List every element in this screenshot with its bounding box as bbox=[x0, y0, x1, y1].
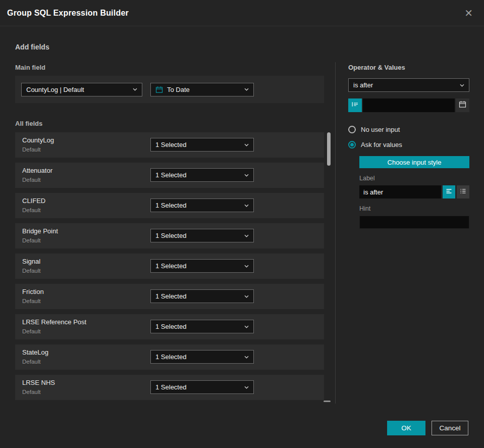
value-input[interactable] bbox=[363, 98, 455, 112]
radio-label: No user input bbox=[361, 126, 400, 133]
radio-label: Ask for values bbox=[361, 141, 402, 148]
text-input-icon bbox=[351, 101, 359, 110]
close-icon[interactable]: ✕ bbox=[462, 7, 475, 19]
chevron-down-icon bbox=[240, 295, 249, 298]
radio-ask-for-values[interactable]: Ask for values bbox=[348, 141, 469, 148]
field-selection-dropdown[interactable]: 1 Selected bbox=[150, 289, 254, 303]
chevron-down-icon bbox=[240, 234, 249, 237]
chevron-down-icon bbox=[240, 356, 249, 359]
field-selection-dropdown[interactable]: 1 Selected bbox=[150, 229, 254, 242]
dialog-title: Group SQL Expression Builder bbox=[7, 9, 129, 18]
list-scrollbar[interactable] bbox=[327, 132, 331, 401]
add-fields-panel: Add fields Main field CountyLog | Defaul… bbox=[15, 26, 324, 400]
main-field-dropdown-value: CountyLog | Default bbox=[26, 86, 84, 93]
ok-button[interactable]: OK bbox=[387, 421, 425, 435]
radio-no-user-input[interactable]: No user input bbox=[348, 126, 469, 133]
chevron-down-icon bbox=[240, 265, 249, 268]
cancel-button[interactable]: Cancel bbox=[432, 421, 468, 435]
field-selection-value: 1 Selected bbox=[155, 353, 186, 361]
field-selection-value: 1 Selected bbox=[155, 202, 186, 209]
footer: OK Cancel bbox=[387, 421, 468, 435]
scrollbar-thumb[interactable] bbox=[327, 132, 331, 166]
field-selection-dropdown[interactable]: 1 Selected bbox=[150, 198, 254, 212]
field-row: CLIFED Default 1 Selected bbox=[15, 193, 324, 218]
column-divider bbox=[335, 62, 336, 404]
label-field-label: Label bbox=[359, 175, 469, 182]
align-left-icon bbox=[446, 187, 452, 196]
operator-values-panel: Operator & Values is after bbox=[348, 64, 469, 229]
field-selection-dropdown[interactable]: 1 Selected bbox=[150, 138, 254, 152]
field-row: Signal Default 1 Selected bbox=[15, 254, 324, 279]
value-input-row bbox=[348, 98, 469, 112]
all-fields-list: CountyLog Default 1 Selected Attenuator … bbox=[15, 132, 324, 400]
radio-icon bbox=[348, 126, 356, 133]
field-selection-value: 1 Selected bbox=[155, 262, 186, 270]
field-selection-value: 1 Selected bbox=[155, 232, 186, 239]
dialog-header: Group SQL Expression Builder ✕ bbox=[0, 0, 484, 26]
hint-input[interactable] bbox=[359, 216, 469, 229]
main-field-panel: CountyLog | Default To Date bbox=[15, 76, 324, 103]
operator-dropdown-value: is after bbox=[353, 81, 373, 89]
scrollbar-end-indicator bbox=[324, 401, 331, 402]
date-type-dropdown[interactable]: To Date bbox=[150, 83, 254, 96]
chevron-down-icon bbox=[240, 325, 249, 328]
field-selection-value: 1 Selected bbox=[155, 383, 186, 391]
date-type-dropdown-value: To Date bbox=[167, 86, 190, 93]
chevron-down-icon bbox=[240, 143, 249, 146]
list-style-toggle[interactable] bbox=[457, 185, 469, 198]
field-row: Bridge Point Default 1 Selected bbox=[15, 223, 324, 248]
field-selection-dropdown[interactable]: 1 Selected bbox=[150, 350, 254, 364]
main-field-dropdown[interactable]: CountyLog | Default bbox=[21, 83, 142, 96]
chevron-down-icon bbox=[240, 204, 249, 207]
field-selection-dropdown[interactable]: 1 Selected bbox=[150, 380, 254, 394]
calendar-icon bbox=[155, 86, 163, 93]
chevron-down-icon bbox=[456, 84, 464, 87]
single-line-style-toggle[interactable] bbox=[443, 185, 455, 198]
label-input[interactable] bbox=[359, 185, 441, 198]
calendar-icon bbox=[459, 101, 466, 110]
field-row: LRSE Reference Post Default 1 Selected bbox=[15, 314, 324, 339]
field-selection-value: 1 Selected bbox=[155, 171, 186, 179]
label-input-row bbox=[359, 185, 469, 198]
main-field-label: Main field bbox=[15, 64, 324, 71]
field-selection-dropdown[interactable]: 1 Selected bbox=[150, 320, 254, 333]
add-fields-heading: Add fields bbox=[15, 43, 324, 51]
field-selection-dropdown[interactable]: 1 Selected bbox=[150, 259, 254, 273]
field-selection-value: 1 Selected bbox=[155, 292, 186, 300]
ask-for-values-options: Choose input style Label bbox=[359, 148, 469, 229]
field-selection-value: 1 Selected bbox=[155, 323, 186, 330]
field-row: CountyLog Default 1 Selected bbox=[15, 132, 324, 158]
operator-dropdown[interactable]: is after bbox=[348, 78, 469, 92]
field-selection-dropdown[interactable]: 1 Selected bbox=[150, 168, 254, 182]
input-type-button[interactable] bbox=[348, 98, 362, 112]
list-icon bbox=[460, 187, 466, 196]
field-row: StateLog Default 1 Selected bbox=[15, 344, 324, 370]
field-row: Friction Default 1 Selected bbox=[15, 284, 324, 309]
field-row: Attenuator Default 1 Selected bbox=[15, 163, 324, 188]
choose-input-style-button[interactable]: Choose input style bbox=[359, 156, 469, 168]
chevron-down-icon bbox=[129, 88, 137, 91]
chevron-down-icon bbox=[240, 174, 249, 177]
hint-field-label: Hint bbox=[359, 205, 469, 212]
field-selection-value: 1 Selected bbox=[155, 141, 186, 148]
all-fields-label: All fields bbox=[15, 120, 324, 127]
radio-icon bbox=[348, 141, 356, 148]
chevron-down-icon bbox=[240, 88, 249, 91]
group-sql-expression-builder-dialog: Group SQL Expression Builder ✕ Add field… bbox=[0, 0, 484, 448]
operator-values-heading: Operator & Values bbox=[348, 64, 469, 71]
chevron-down-icon bbox=[240, 386, 249, 389]
date-picker-button[interactable] bbox=[456, 98, 469, 112]
field-row: LRSE NHS Default 1 Selected bbox=[15, 375, 324, 400]
